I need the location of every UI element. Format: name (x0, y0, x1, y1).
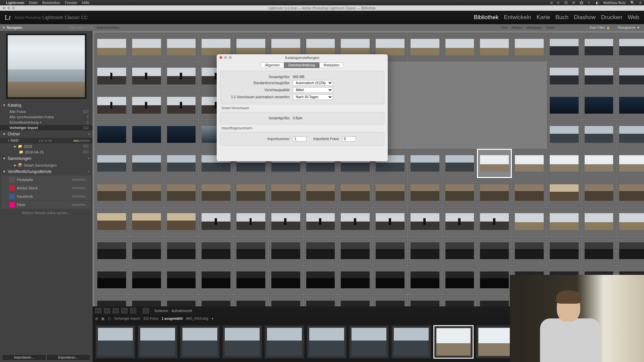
thumbnail[interactable] (616, 237, 644, 265)
thumbnail[interactable] (164, 62, 199, 90)
disclosure-icon[interactable]: ▼ (3, 170, 6, 173)
thumbnail[interactable] (408, 295, 442, 306)
catalog-header[interactable]: ▼ Katalog (0, 102, 93, 109)
import-button[interactable]: Importieren… (2, 354, 46, 361)
thumbnail[interactable] (616, 207, 644, 236)
thumbnail[interactable] (547, 178, 581, 207)
thumbnail[interactable] (95, 237, 129, 265)
thumbnail[interactable] (164, 265, 199, 294)
thumbnail[interactable] (95, 149, 129, 178)
thumbnail[interactable] (199, 295, 233, 306)
online-search-link[interactable]: Weitere Dienste online suchen… (0, 209, 93, 217)
thumbnail[interactable] (408, 149, 442, 178)
thumbnail[interactable] (547, 120, 581, 148)
thumbnail[interactable] (582, 149, 616, 178)
filter-tab[interactable]: Metadaten (526, 26, 542, 29)
people-view-icon[interactable] (130, 308, 136, 313)
thumbnail[interactable] (164, 207, 199, 236)
thumbnail[interactable] (95, 295, 129, 306)
mac-menu-item[interactable]: Fenster (65, 1, 77, 5)
dropdown-icon[interactable]: ▾ (212, 317, 213, 320)
thumbnail[interactable] (234, 295, 268, 306)
thumbnail[interactable] (512, 237, 546, 265)
publish-service-row[interactable]: Adobe StockEinrichten… (1, 184, 91, 192)
thumbnail[interactable] (95, 91, 129, 120)
thumbnail[interactable] (269, 265, 303, 294)
thumbnail[interactable] (129, 237, 164, 265)
std-preview-select[interactable]: Automatisch (5120px) (293, 80, 333, 86)
filmstrip-thumb[interactable] (222, 325, 262, 359)
thumbnail[interactable] (582, 207, 616, 236)
disclosure-icon[interactable]: ▼ (637, 26, 640, 29)
thumbnail[interactable] (408, 207, 442, 236)
status-icon[interactable]: ⓒ (564, 1, 568, 5)
dialog-tab[interactable]: Allgemein (261, 62, 284, 68)
status-icon[interactable]: ⎋ (557, 1, 559, 5)
thumbnail[interactable] (443, 33, 477, 61)
thumbnail[interactable] (164, 91, 199, 120)
thumbnail[interactable] (199, 178, 233, 207)
thumbnail[interactable] (129, 62, 164, 90)
filmstrip-thumb[interactable] (264, 325, 305, 359)
status-icon[interactable]: ⟳ (572, 1, 575, 5)
thumbnail[interactable] (616, 178, 644, 207)
mac-menu-item[interactable]: Datei (29, 1, 38, 5)
thumbnail[interactable] (477, 33, 512, 61)
thumbnail[interactable] (547, 207, 581, 236)
window-controls[interactable] (3, 7, 15, 9)
filmstrip-thumb[interactable] (138, 325, 178, 359)
catalog-row[interactable]: Schnellsammlung +0 (0, 120, 93, 125)
thumbnail[interactable] (304, 265, 338, 294)
thumbnail[interactable] (129, 295, 164, 306)
thumbnail[interactable] (373, 265, 407, 294)
thumbnail[interactable] (443, 178, 477, 207)
thumbnail[interactable] (547, 149, 581, 178)
thumbnail[interactable] (477, 207, 512, 236)
thumbnail[interactable] (234, 265, 268, 294)
thumbnail[interactable] (616, 149, 644, 178)
discard-select[interactable]: Nach 30 Tagen (293, 94, 333, 100)
thumbnail[interactable] (616, 62, 644, 90)
folder-row[interactable]: ▶ 📁 2018 322 (0, 143, 93, 149)
catalog-row[interactable]: Alle Fotos322 (0, 109, 93, 114)
thumbnail[interactable] (477, 295, 512, 306)
import-number-input[interactable] (293, 136, 307, 141)
module-tab[interactable]: Buch (555, 14, 569, 21)
collections-header[interactable]: ▼ Sammlungen + (0, 155, 93, 162)
thumbnail[interactable] (512, 178, 546, 207)
filter-tab[interactable]: Attribut (512, 26, 522, 29)
thumbnail[interactable] (582, 91, 616, 120)
thumbnail[interactable] (129, 178, 164, 207)
navigator-preview[interactable] (6, 34, 87, 99)
thumbnail[interactable] (129, 33, 164, 61)
thumbnail[interactable] (164, 295, 199, 306)
sort-value[interactable]: Aufnahmezeit (171, 309, 192, 313)
thumbnail[interactable] (373, 295, 407, 306)
thumbnail[interactable] (373, 178, 407, 207)
thumbnail[interactable] (582, 237, 616, 265)
thumbnail[interactable] (338, 237, 372, 265)
quality-select[interactable]: Mittel (293, 87, 333, 93)
thumbnail[interactable] (269, 207, 303, 236)
status-icon[interactable]: ◐ (596, 1, 599, 5)
add-icon[interactable]: + (88, 169, 90, 174)
thumbnail[interactable] (338, 207, 372, 236)
spotlight-icon[interactable]: 🔍 (630, 1, 635, 5)
thumbnail[interactable] (199, 207, 233, 236)
disclosure-icon[interactable]: ▼ (3, 104, 6, 107)
module-tab[interactable]: Web (628, 14, 639, 21)
lock-icon[interactable]: 🔒 (606, 26, 610, 29)
thumbnail[interactable] (616, 120, 644, 148)
thumbnail[interactable] (129, 120, 164, 148)
publish-service-row[interactable]: FacebookEinrichten… (1, 192, 91, 200)
thumbnail[interactable] (234, 207, 268, 236)
thumbnail[interactable] (199, 265, 233, 294)
dialog-tab[interactable]: Dateihandhabung (284, 62, 319, 68)
module-tab[interactable]: Drucken (601, 14, 622, 21)
view-mode-icon[interactable]: ⊞ (95, 317, 98, 320)
thumbnail[interactable] (547, 237, 581, 265)
thumbnail[interactable] (129, 265, 164, 294)
thumbnail[interactable] (477, 178, 512, 207)
thumbnail[interactable] (408, 237, 442, 265)
thumbnail[interactable] (373, 207, 407, 236)
